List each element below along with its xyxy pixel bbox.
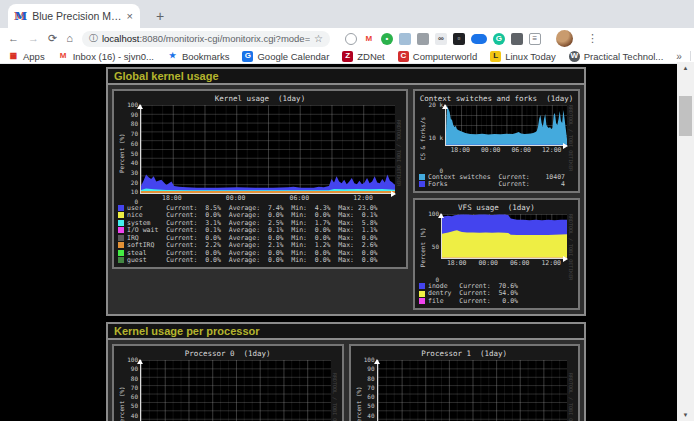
scroll-up-icon[interactable]: ▲ xyxy=(677,62,694,74)
plot-area xyxy=(377,360,568,421)
gmail-icon: M xyxy=(58,51,69,62)
legend-row: guest Current: 0.0% Average: 0.0% Min: 0… xyxy=(118,257,402,265)
plot-area xyxy=(441,214,567,259)
bookmark-star-icon[interactable]: ☆ xyxy=(314,33,323,44)
x-tick-label: 06:00 xyxy=(511,147,531,154)
dark-box-extension-icon[interactable]: ▫ xyxy=(453,33,465,45)
legend-row: I/O wait Current: 0.1% Average: 0.1% Min… xyxy=(118,227,402,235)
green-dot-extension-icon[interactable]: • xyxy=(381,33,393,45)
monitorix-favicon-icon: M xyxy=(15,11,27,22)
bookmark-list: ▦AppsMInbox (16) - sjvn0...★BookmarksGGo… xyxy=(8,51,663,62)
y-axis-label: Percent (%) xyxy=(118,360,126,421)
divider xyxy=(690,51,691,61)
page-info-icon[interactable]: ⓘ xyxy=(89,32,98,45)
x-tick-label: 18:00 xyxy=(162,195,182,202)
gray-box-extension-icon[interactable] xyxy=(417,33,429,45)
processor-0-chart[interactable]: Processor 0 (1day)Percent (%)10090807060… xyxy=(112,344,344,421)
vfs-usage-chart[interactable]: VFS usage (1day)Percent (%)10050018:0000… xyxy=(413,198,580,310)
y-axis-arrow-icon xyxy=(137,101,143,109)
rrdtool-watermark: RRDTOOL / TOBI OETIKER xyxy=(331,360,338,421)
x-tick-label: 12:00 xyxy=(542,147,562,154)
y-tick-label: 10 k xyxy=(429,135,443,141)
bookmark-item[interactable]: ▦Apps xyxy=(8,51,45,62)
back-icon[interactable]: ← xyxy=(8,33,19,44)
puzzle-extension-icon[interactable] xyxy=(511,33,523,45)
y-tick-labels: 20 k10 k0 xyxy=(427,105,445,171)
pages-extension-icon[interactable] xyxy=(399,33,411,45)
legend-row: softIRQ Current: 2.2% Average: 2.1% Min:… xyxy=(118,242,402,250)
blue-pill-extension-icon[interactable] xyxy=(471,34,487,44)
scrollbar[interactable]: ▲ ▼ xyxy=(677,62,694,421)
legend-color-swatch xyxy=(118,227,124,233)
legend-color-swatch xyxy=(118,220,124,226)
chart-legend: inode Current: 70.6%dentry Current: 54.0… xyxy=(419,282,574,305)
processor-1-chart[interactable]: Processor 1 (1day)Percent (%)10090807060… xyxy=(349,344,581,421)
bookmark-item[interactable]: LLinux Today xyxy=(490,51,556,62)
tab-title: Blue Precision Monitorix xyxy=(32,10,121,22)
bookmark-item[interactable]: MInbox (16) - sjvn0... xyxy=(58,51,154,62)
rrdtool-watermark: RRDTOOL / TOBI OETIKER xyxy=(567,214,574,280)
rrdtool-watermark: RRDTOOL / TOBI OETIKER xyxy=(567,105,574,171)
forward-icon[interactable]: → xyxy=(28,33,39,44)
y-tick-label: 10 xyxy=(131,189,138,195)
legend-color-swatch xyxy=(419,298,425,304)
bookmark-item[interactable]: ZZDNet xyxy=(342,51,384,62)
y-tick-label: 70 xyxy=(131,131,138,137)
menu-kebab-icon[interactable]: ⋮ xyxy=(587,32,598,45)
url-text: localhost:8080/monitorix-cgi/monitorix.c… xyxy=(102,33,310,44)
bookmark-item[interactable]: CComputerworld xyxy=(398,51,477,62)
new-tab-button[interactable]: + xyxy=(150,7,170,25)
legend-text: guest Current: 0.0% Average: 0.0% Min: 0… xyxy=(127,257,377,264)
bookmark-item[interactable]: GGoogle Calendar xyxy=(242,51,329,62)
google-calendar-icon: G xyxy=(242,51,253,62)
section-global-kernel-usage: Global kernel usage Kernel usage (1day)P… xyxy=(106,67,586,316)
computerworld-icon: C xyxy=(398,51,409,62)
y-tick-label: 50 xyxy=(432,244,439,250)
grammarly-extension-icon[interactable]: G xyxy=(493,33,505,45)
y-tick-labels: 100500 xyxy=(427,214,441,280)
x-tick-label: 06:00 xyxy=(510,260,530,267)
legend-row: file Current: 0.0% xyxy=(419,297,574,305)
bookmark-item[interactable]: ★Bookmarks xyxy=(167,51,230,62)
bookmark-label: Practical Technol... xyxy=(584,51,664,62)
navigation-bar: ← → ⟳ ⌂ ⓘ localhost:8080/monitorix-cgi/m… xyxy=(0,28,694,49)
address-bar[interactable]: ⓘ localhost:8080/monitorix-cgi/monitorix… xyxy=(82,31,330,47)
legend-color-swatch xyxy=(419,174,425,180)
scrollbar-thumb[interactable] xyxy=(679,96,692,136)
x-tick-labels: 18:0000:0006:0012:00 xyxy=(445,146,567,154)
y-axis-label: CS & forks/s xyxy=(419,105,427,171)
kernel-usage-chart[interactable]: Kernel usage (1day)Percent (%)1009080706… xyxy=(112,89,408,269)
legend-color-swatch xyxy=(419,181,425,187)
chart-title: Kernel usage (1day) xyxy=(118,94,402,103)
legend-row: nice Current: 0.0% Average: 0.0% Min: 0.… xyxy=(118,212,402,220)
browser-tab[interactable]: M Blue Precision Monitorix × xyxy=(8,4,140,28)
scroll-down-icon[interactable]: ▼ xyxy=(677,409,694,421)
reload-icon[interactable]: ⟳ xyxy=(48,33,57,44)
home-icon[interactable]: ⌂ xyxy=(66,33,73,44)
chart-legend: Context switches Current: 10407Forks Cur… xyxy=(419,173,574,188)
profile-avatar[interactable] xyxy=(556,30,573,47)
y-axis-label: Percent (%) xyxy=(355,360,363,421)
legend-text: file Current: 0.0% xyxy=(428,298,518,305)
y-tick-label: 50 xyxy=(131,403,138,409)
y-tick-label: 60 xyxy=(131,394,138,400)
x-tick-labels: 18:0000:0006:0012:00 xyxy=(441,259,567,267)
glasses-extension-icon[interactable]: ∞ xyxy=(435,33,447,45)
bookmark-label: Computerworld xyxy=(413,51,477,62)
tab-close-icon[interactable]: × xyxy=(127,11,133,22)
linux-today-icon: L xyxy=(490,51,501,62)
y-tick-label: 30 xyxy=(131,170,138,176)
plot-area xyxy=(140,360,331,421)
bookmark-label: Linux Today xyxy=(505,51,556,62)
y-tick-label: 80 xyxy=(131,121,138,127)
gmail-extension-icon[interactable]: M xyxy=(363,33,375,45)
bookmark-item[interactable]: WPractical Technol... xyxy=(569,51,664,62)
magnifier-icon[interactable] xyxy=(345,33,357,45)
y-tick-label: 70 xyxy=(367,385,374,391)
context-switches-chart[interactable]: Context switches and forks (1day)CS & fo… xyxy=(413,89,580,193)
bookmarks-overflow-icon[interactable]: » xyxy=(676,51,682,62)
playlist-extension-icon[interactable]: ≡ xyxy=(529,33,541,45)
y-axis-arrow-icon xyxy=(374,356,380,364)
bookmark-label: Apps xyxy=(23,51,45,62)
y-tick-label: 60 xyxy=(131,141,138,147)
